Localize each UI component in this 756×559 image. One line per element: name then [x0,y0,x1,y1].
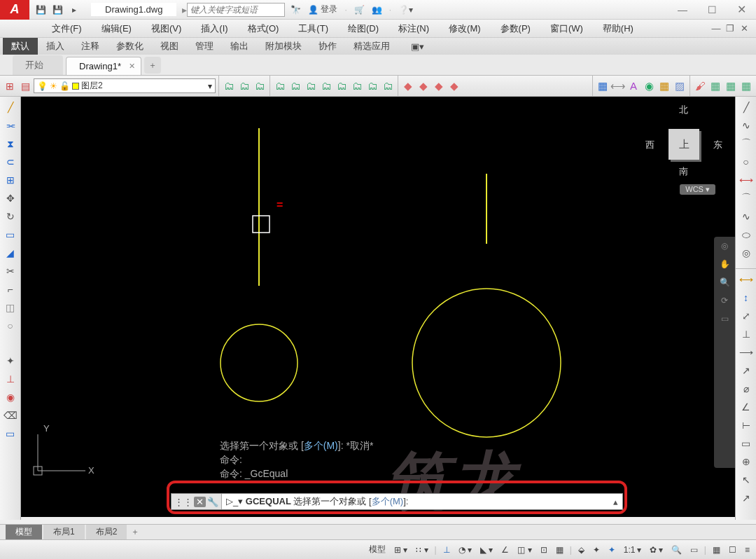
sb-model[interactable]: 模型 [367,544,388,555]
cmd-close-icon[interactable]: ✕ [194,497,206,507]
layer-tool-2[interactable]: ◆ [416,79,430,93]
qat-overflow-icon[interactable]: ▸ [67,3,81,17]
constraint-tool-icon[interactable]: ⊥ [3,371,18,387]
child-close-icon[interactable]: ✕ [738,23,750,34]
continue-icon[interactable]: ⟶ [738,345,754,360]
match-props-icon[interactable]: ▦ [596,79,610,93]
leader-icon[interactable]: ↖ [738,472,754,488]
sb-trans-icon[interactable]: ▦ [554,545,566,555]
sb-clean-icon[interactable]: ☐ [727,545,738,555]
layer-props-icon[interactable]: ⊞ [3,79,17,93]
mirror-tool-icon[interactable]: ⧗ [3,136,18,151]
pan-icon[interactable]: ✋ [720,259,730,269]
share-icon[interactable]: 👥 [372,5,382,15]
explode-tool-icon[interactable]: ✦ [3,353,18,368]
erase-tool-icon[interactable]: ⌫ [3,408,18,423]
pline-icon[interactable]: ∿ [738,118,754,133]
ang-dim-icon[interactable]: ∠ [738,399,754,415]
layer-dropdown[interactable]: 💡 ☀ 🔓 图层2 ▾ [34,78,216,93]
cmd-wrench-icon[interactable]: 🔧 [207,497,218,507]
baseline-icon[interactable]: ⊥ [738,326,754,342]
sb-grid-icon[interactable]: ⊞ ▾ [392,545,410,555]
help-icon[interactable]: ❔▾ [398,5,413,15]
layer-match-icon[interactable]: 🗂 [237,79,251,93]
drawing-canvas[interactable]: = 北 西 东 南 上 WCS ▾ ◎ ✋ 🔍 ⟳ ▭ YX 筑龙 选择第一个对… [21,97,735,517]
sb-polar-icon[interactable]: ◔ ▾ [456,545,474,555]
cart-icon[interactable]: 🛒 [354,5,365,15]
wcs-label[interactable]: WCS ▾ [680,184,715,195]
table-icon[interactable]: ▦ [657,79,671,93]
showmotion-icon[interactable]: ▭ [721,314,729,324]
ribbon-tab-manage[interactable]: 管理 [187,38,222,55]
ribbon-overflow-icon[interactable]: ▣▾ [402,39,433,54]
ribbon-tab-addons[interactable]: 附加模块 [257,38,310,55]
tangent-tool-icon[interactable]: ◢ [3,245,18,261]
align-dim-icon[interactable]: ⤢ [738,308,754,324]
viewcube-top[interactable]: 上 [668,129,699,160]
menu-file[interactable]: 文件(F) [42,22,92,35]
polyline-tool-icon[interactable]: ⫘ [3,118,18,133]
tab-layout2[interactable]: 布局2 [86,525,127,539]
layer-btn-b[interactable]: 🗂 [288,79,302,93]
menu-edit[interactable]: 编辑(E) [92,22,141,35]
block-icon[interactable]: ◉ [642,79,656,93]
tol-icon[interactable]: ▭ [738,436,754,451]
ribbon-tab-insert[interactable]: 插入 [38,38,73,55]
radius-icon[interactable]: ↗ [738,363,754,378]
tab-layout1[interactable]: 布局1 [43,525,85,539]
vert-dim-icon[interactable]: ↕ [738,290,754,305]
cmd-grip-icon[interactable]: ⋮⋮ [174,497,192,507]
layer-prev-icon[interactable]: 🗂 [222,79,236,93]
new-doc-button[interactable]: ＋ [144,57,161,74]
rotate-tool-icon[interactable]: ↻ [3,209,18,224]
login-button[interactable]: 👤 登录 [308,4,337,15]
layer-btn-d[interactable]: 🗂 [319,79,333,93]
maximize-button[interactable]: ☐ [697,0,727,20]
sb-gizmo-icon[interactable]: ✦ [591,545,602,555]
menu-window[interactable]: 窗口(W) [540,22,593,35]
layer-tool-1[interactable]: ◆ [401,79,415,93]
orbit-icon[interactable]: ⟳ [721,296,728,305]
ribbon-tab-collab[interactable]: 协作 [310,38,345,55]
sb-lw-icon[interactable]: ⊡ [538,545,550,555]
doc-tab-start[interactable]: 开始 [13,55,63,75]
sb-select-icon[interactable]: ⬙ [576,545,587,555]
circle-tool-icon[interactable]: ○ [3,318,18,333]
circle-icon[interactable]: ○ [738,154,754,170]
layer-btn-c[interactable]: 🗂 [304,79,318,93]
doc-tab-active[interactable]: Drawing1*✕ [66,57,141,75]
menu-dim[interactable]: 标注(N) [388,22,439,35]
close-button[interactable]: ✕ [727,0,756,20]
qleader-icon[interactable]: ↗ [738,490,754,506]
add-layout-button[interactable]: ＋ [128,526,142,538]
fillet-tool-icon[interactable]: ⌐ [3,282,18,297]
prop-btn-3[interactable]: ▦ [724,79,738,93]
text-icon[interactable]: A [626,79,640,93]
layer-btn-f[interactable]: 🗂 [350,79,364,93]
ribbon-tab-default[interactable]: 默认 [3,38,38,55]
layer-tool-4[interactable]: ◆ [447,79,461,93]
reference-tool-icon[interactable]: ▭ [3,426,18,441]
menu-insert[interactable]: 插入(I) [191,22,237,35]
sb-ui-icon[interactable]: ▭ [688,545,700,555]
ribbon-tab-featured[interactable]: 精选应用 [345,38,398,55]
cmd-expand-icon[interactable]: ▴ [613,497,622,507]
menu-tools[interactable]: 工具(T) [288,22,338,35]
sb-gear-icon[interactable]: ✿ ▾ [648,545,665,555]
viewcube[interactable]: 北 西 东 南 上 WCS ▾ [645,104,722,195]
save-icon[interactable]: 💾 [34,3,48,17]
paint-icon[interactable]: 🖌 [693,79,707,93]
ribbon-tab-output[interactable]: 输出 [222,38,257,55]
minimize-button[interactable]: — [668,0,697,20]
sb-qs-icon[interactable]: ✦ [606,545,617,555]
search-input[interactable] [187,3,285,17]
app-logo[interactable]: A [0,0,29,20]
menu-draw[interactable]: 绘图(D) [338,22,388,35]
spline-icon[interactable]: ∿ [738,209,754,224]
menu-help[interactable]: 帮助(H) [593,22,643,35]
arc-tool-icon[interactable]: ⊂ [3,154,18,170]
horiz-dim-icon[interactable]: ⟷ [738,272,754,287]
child-restore-icon[interactable]: ❐ [724,23,736,34]
center-icon[interactable]: ⊕ [738,454,754,469]
command-line[interactable]: ⋮⋮ ✕ 🔧 ▷_▾ GCEQUAL 选择第一个对象或 [多个(M)]: ▴ [171,493,623,510]
